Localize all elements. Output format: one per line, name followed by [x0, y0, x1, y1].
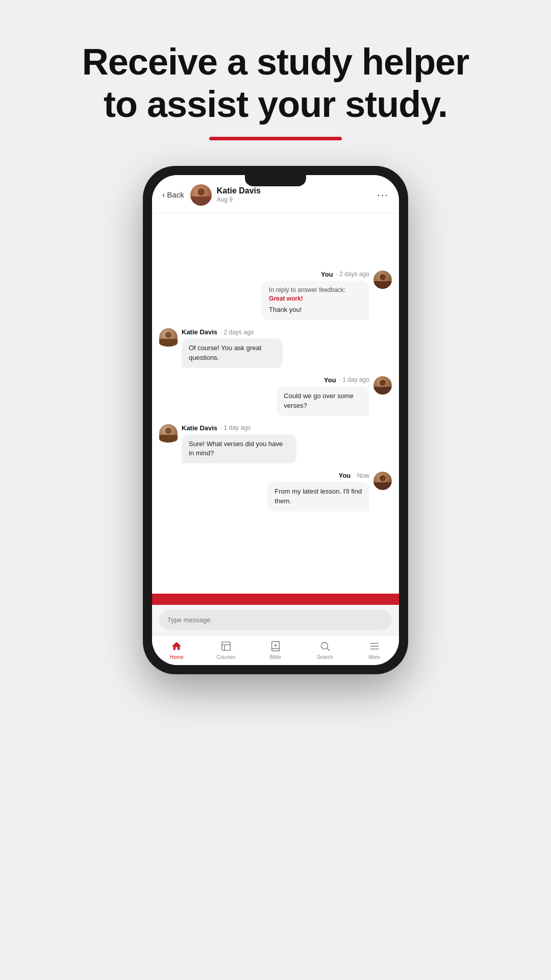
msg-bubble-5: From my latest lesson. I'll find them.	[267, 482, 369, 511]
msg-bubble-4: Sure! What verses did you have in mind?	[182, 434, 296, 464]
user-avatar-3	[373, 376, 392, 395]
phone-frame: ‹ Back Katie Davis Aug 9 ···	[143, 166, 408, 674]
msg-meta-1: You · 2 days ago	[321, 271, 369, 278]
phone-notch	[245, 175, 306, 186]
msg-bubble-3: Could we go over some verses?	[277, 386, 369, 416]
msg-meta-4: Katie Davis · 1 day ago	[182, 424, 317, 432]
msg-time-2: · 2 days ago	[220, 329, 254, 336]
back-button[interactable]: ‹ Back	[162, 190, 184, 200]
msg-body-4: Sure! What verses did you have in mind?	[189, 440, 283, 457]
msg-meta-5: You · Now	[339, 472, 369, 479]
msg-time-3: · 1 day ago	[339, 376, 369, 383]
sender-name-3: You	[324, 376, 336, 384]
bottom-nav: Home Courses	[152, 635, 399, 665]
nav-label-bible: Bible	[270, 654, 281, 660]
msg-body-1: Thank you!	[269, 305, 362, 315]
contact-info: Katie Davis Aug 9	[217, 186, 378, 203]
user-avatar-image-5	[373, 472, 392, 490]
svg-point-5	[321, 642, 328, 649]
user-avatar-image-3	[373, 376, 392, 395]
page-title: Receive a study helper to assist your st…	[31, 41, 520, 126]
contact-date: Aug 9	[217, 196, 378, 203]
reply-preview-1: In reply to answer feedback: Great work!	[269, 286, 362, 304]
page-header: Receive a study helper to assist your st…	[0, 0, 551, 161]
nav-label-search: Search	[317, 654, 333, 660]
message-group-2: Katie Davis · 2 days ago Of course! You …	[159, 328, 392, 368]
nav-item-home[interactable]: Home	[152, 640, 202, 660]
bible-icon	[269, 640, 282, 653]
nav-label-more: More	[368, 654, 380, 660]
nav-item-courses[interactable]: Courses	[202, 640, 251, 660]
back-chevron-icon: ‹	[162, 190, 165, 200]
nav-label-courses: Courses	[217, 654, 236, 660]
more-options-button[interactable]: ···	[377, 189, 389, 201]
svg-rect-0	[222, 642, 231, 650]
nav-item-search[interactable]: Search	[300, 640, 349, 660]
msg-time-5: · Now	[354, 472, 369, 479]
message-group-1: You · 2 days ago In reply to answer feed…	[159, 271, 392, 321]
back-label: Back	[167, 190, 184, 199]
courses-icon	[219, 640, 233, 653]
chat-body: You · 2 days ago In reply to answer feed…	[152, 213, 399, 594]
sender-name-2: Katie Davis	[182, 328, 217, 336]
msg-body-2: Of course! You ask great questions.	[189, 344, 261, 361]
reply-highlight-1: Great work!	[269, 295, 303, 302]
msg-time-4: · 1 day ago	[220, 424, 251, 431]
user-avatar-5	[373, 472, 392, 490]
red-accent-bar	[152, 594, 399, 605]
message-input[interactable]	[159, 610, 392, 630]
msg-body-3: Could we go over some verses?	[284, 392, 354, 409]
contact-avatar-image	[190, 184, 212, 206]
more-icon	[368, 640, 381, 653]
svg-line-6	[327, 648, 330, 651]
msg-body-5: From my latest lesson. I'll find them.	[274, 487, 362, 505]
msg-meta-2: Katie Davis · 2 days ago	[182, 328, 300, 336]
chat-input-area	[152, 605, 399, 635]
nav-item-bible[interactable]: Bible	[251, 640, 300, 660]
title-underline	[209, 137, 342, 140]
message-group-4: Katie Davis · 1 day ago Sure! What verse…	[159, 424, 392, 464]
search-icon	[318, 640, 332, 653]
home-icon	[170, 640, 183, 653]
sender-name-4: Katie Davis	[182, 424, 217, 432]
sender-name-1: You	[321, 271, 333, 278]
message-group-5: You · Now From my latest lesson. I'll fi…	[159, 472, 392, 511]
contact-name: Katie Davis	[217, 186, 378, 195]
msg-bubble-1: In reply to answer feedback: Great work!…	[262, 281, 369, 321]
message-group-3: You · 1 day ago Could we go over some ve…	[159, 376, 392, 416]
katie-avatar-2	[159, 328, 178, 347]
nav-label-home: Home	[170, 654, 184, 660]
msg-meta-3: You · 1 day ago	[324, 376, 369, 384]
contact-avatar	[190, 184, 212, 206]
user-avatar-1	[373, 271, 392, 289]
msg-time-1: · 2 days ago	[336, 271, 369, 278]
phone-mockup: ‹ Back Katie Davis Aug 9 ···	[143, 166, 408, 674]
msg-bubble-2: Of course! You ask great questions.	[182, 338, 283, 368]
katie-avatar-4	[159, 424, 178, 443]
phone-screen: ‹ Back Katie Davis Aug 9 ···	[152, 175, 399, 665]
nav-item-more[interactable]: More	[349, 640, 399, 660]
user-avatar-image-1	[373, 271, 392, 289]
sender-name-5: You	[339, 472, 351, 479]
